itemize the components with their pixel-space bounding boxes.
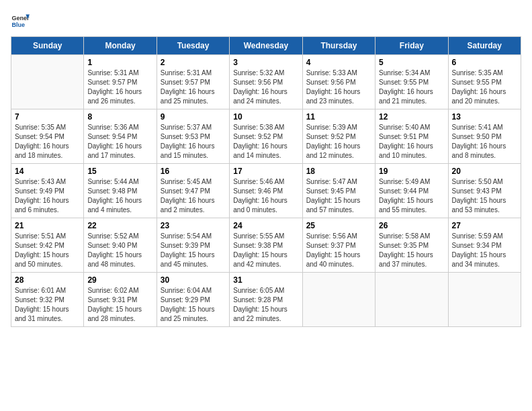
calendar-cell: [448, 273, 521, 327]
day-info: Sunrise: 5:37 AM Sunset: 9:53 PM Dayligh…: [161, 123, 226, 161]
day-info: Sunrise: 5:41 AM Sunset: 9:50 PM Dayligh…: [452, 123, 517, 161]
logo-icon: General Blue: [11, 11, 30, 30]
calendar-cell: 16Sunrise: 5:45 AM Sunset: 9:47 PM Dayli…: [157, 164, 229, 218]
calendar-cell: 31Sunrise: 6:05 AM Sunset: 9:28 PM Dayli…: [230, 273, 302, 327]
day-number: 21: [15, 221, 80, 230]
day-info: Sunrise: 5:32 AM Sunset: 9:56 PM Dayligh…: [233, 68, 298, 106]
day-number: 19: [379, 167, 444, 176]
calendar-cell: 20Sunrise: 5:50 AM Sunset: 9:43 PM Dayli…: [448, 164, 521, 218]
calendar-cell: 3Sunrise: 5:32 AM Sunset: 9:56 PM Daylig…: [230, 55, 302, 109]
day-info: Sunrise: 5:50 AM Sunset: 9:43 PM Dayligh…: [452, 177, 517, 215]
day-info: Sunrise: 5:55 AM Sunset: 9:38 PM Dayligh…: [233, 232, 298, 269]
calendar-cell: 12Sunrise: 5:40 AM Sunset: 9:51 PM Dayli…: [375, 109, 448, 164]
day-number: 11: [306, 112, 371, 122]
day-number: 16: [161, 167, 226, 176]
day-number: 26: [379, 221, 444, 230]
day-info: Sunrise: 6:05 AM Sunset: 9:28 PM Dayligh…: [233, 286, 298, 324]
calendar-cell: 29Sunrise: 6:02 AM Sunset: 9:31 PM Dayli…: [84, 273, 157, 327]
calendar-cell: 23Sunrise: 5:54 AM Sunset: 9:39 PM Dayli…: [157, 218, 229, 273]
calendar-cell: 13Sunrise: 5:41 AM Sunset: 9:50 PM Dayli…: [448, 109, 521, 164]
day-number: 27: [452, 221, 517, 230]
calendar-cell: 7Sunrise: 5:35 AM Sunset: 9:54 PM Daylig…: [11, 109, 84, 164]
day-info: Sunrise: 5:56 AM Sunset: 9:37 PM Dayligh…: [306, 232, 371, 269]
weekday-header: Saturday: [448, 37, 521, 55]
calendar-cell: 26Sunrise: 5:58 AM Sunset: 9:35 PM Dayli…: [375, 218, 448, 273]
calendar-cell: 22Sunrise: 5:52 AM Sunset: 9:40 PM Dayli…: [84, 218, 157, 273]
calendar-week-row: 14Sunrise: 5:43 AM Sunset: 9:49 PM Dayli…: [11, 164, 521, 218]
calendar-cell: 5Sunrise: 5:34 AM Sunset: 9:55 PM Daylig…: [375, 55, 448, 109]
day-number: 29: [87, 275, 152, 285]
calendar-cell: [302, 273, 375, 327]
day-info: Sunrise: 5:35 AM Sunset: 9:54 PM Dayligh…: [15, 123, 80, 161]
calendar-week-row: 21Sunrise: 5:51 AM Sunset: 9:42 PM Dayli…: [11, 218, 521, 273]
weekday-header: Thursday: [302, 37, 375, 55]
calendar-week-row: 1Sunrise: 5:31 AM Sunset: 9:57 PM Daylig…: [11, 55, 521, 109]
day-number: 31: [233, 275, 298, 285]
day-number: 24: [233, 221, 298, 230]
page-header: General Blue: [11, 11, 521, 30]
day-number: 15: [87, 167, 152, 176]
calendar-cell: [375, 273, 448, 327]
day-info: Sunrise: 5:33 AM Sunset: 9:56 PM Dayligh…: [306, 68, 371, 106]
day-number: 30: [161, 275, 226, 285]
day-number: 9: [161, 112, 226, 122]
calendar-cell: 19Sunrise: 5:49 AM Sunset: 9:44 PM Dayli…: [375, 164, 448, 218]
calendar-cell: [11, 55, 84, 109]
calendar-cell: 28Sunrise: 6:01 AM Sunset: 9:32 PM Dayli…: [11, 273, 84, 327]
calendar-cell: 4Sunrise: 5:33 AM Sunset: 9:56 PM Daylig…: [302, 55, 375, 109]
day-info: Sunrise: 5:31 AM Sunset: 9:57 PM Dayligh…: [161, 68, 226, 106]
day-info: Sunrise: 5:47 AM Sunset: 9:45 PM Dayligh…: [306, 177, 371, 215]
weekday-header: Friday: [375, 37, 448, 55]
day-info: Sunrise: 5:38 AM Sunset: 9:52 PM Dayligh…: [233, 123, 298, 161]
day-number: 2: [161, 58, 226, 67]
weekday-header: Sunday: [11, 37, 84, 55]
calendar-cell: 21Sunrise: 5:51 AM Sunset: 9:42 PM Dayli…: [11, 218, 84, 273]
day-number: 6: [452, 58, 517, 67]
day-number: 18: [306, 167, 371, 176]
calendar-cell: 27Sunrise: 5:59 AM Sunset: 9:34 PM Dayli…: [448, 218, 521, 273]
day-info: Sunrise: 6:01 AM Sunset: 9:32 PM Dayligh…: [15, 286, 80, 324]
day-info: Sunrise: 5:35 AM Sunset: 9:55 PM Dayligh…: [452, 68, 517, 106]
day-info: Sunrise: 5:59 AM Sunset: 9:34 PM Dayligh…: [452, 232, 517, 269]
logo: General Blue: [11, 11, 31, 30]
day-info: Sunrise: 5:44 AM Sunset: 9:48 PM Dayligh…: [87, 177, 152, 215]
calendar-cell: 15Sunrise: 5:44 AM Sunset: 9:48 PM Dayli…: [84, 164, 157, 218]
calendar-cell: 17Sunrise: 5:46 AM Sunset: 9:46 PM Dayli…: [230, 164, 302, 218]
calendar-cell: 1Sunrise: 5:31 AM Sunset: 9:57 PM Daylig…: [84, 55, 157, 109]
day-info: Sunrise: 5:39 AM Sunset: 9:52 PM Dayligh…: [306, 123, 371, 161]
day-number: 13: [452, 112, 517, 122]
calendar-cell: 24Sunrise: 5:55 AM Sunset: 9:38 PM Dayli…: [230, 218, 302, 273]
day-number: 7: [15, 112, 80, 122]
day-number: 14: [15, 167, 80, 176]
day-number: 3: [233, 58, 298, 67]
calendar-header-row: SundayMondayTuesdayWednesdayThursdayFrid…: [11, 37, 521, 55]
calendar-body: 1Sunrise: 5:31 AM Sunset: 9:57 PM Daylig…: [11, 55, 521, 327]
day-info: Sunrise: 5:51 AM Sunset: 9:42 PM Dayligh…: [15, 232, 80, 269]
day-info: Sunrise: 5:43 AM Sunset: 9:49 PM Dayligh…: [15, 177, 80, 215]
day-info: Sunrise: 5:40 AM Sunset: 9:51 PM Dayligh…: [379, 123, 444, 161]
day-info: Sunrise: 5:49 AM Sunset: 9:44 PM Dayligh…: [379, 177, 444, 215]
day-number: 22: [87, 221, 152, 230]
day-number: 8: [87, 112, 152, 122]
day-info: Sunrise: 5:36 AM Sunset: 9:54 PM Dayligh…: [87, 123, 152, 161]
day-info: Sunrise: 5:54 AM Sunset: 9:39 PM Dayligh…: [161, 232, 226, 269]
day-number: 20: [452, 167, 517, 176]
calendar-cell: 14Sunrise: 5:43 AM Sunset: 9:49 PM Dayli…: [11, 164, 84, 218]
day-info: Sunrise: 5:45 AM Sunset: 9:47 PM Dayligh…: [161, 177, 226, 215]
calendar-week-row: 28Sunrise: 6:01 AM Sunset: 9:32 PM Dayli…: [11, 273, 521, 327]
weekday-header: Monday: [84, 37, 157, 55]
day-info: Sunrise: 5:34 AM Sunset: 9:55 PM Dayligh…: [379, 68, 444, 106]
calendar-cell: 9Sunrise: 5:37 AM Sunset: 9:53 PM Daylig…: [157, 109, 229, 164]
svg-text:Blue: Blue: [11, 21, 25, 28]
day-number: 23: [161, 221, 226, 230]
day-info: Sunrise: 5:31 AM Sunset: 9:57 PM Dayligh…: [87, 68, 152, 106]
day-number: 1: [87, 58, 152, 67]
day-number: 12: [379, 112, 444, 122]
day-info: Sunrise: 5:46 AM Sunset: 9:46 PM Dayligh…: [233, 177, 298, 215]
calendar-cell: 30Sunrise: 6:04 AM Sunset: 9:29 PM Dayli…: [157, 273, 229, 327]
calendar-table: SundayMondayTuesdayWednesdayThursdayFrid…: [11, 36, 521, 327]
day-info: Sunrise: 5:58 AM Sunset: 9:35 PM Dayligh…: [379, 232, 444, 269]
day-number: 28: [15, 275, 80, 285]
day-number: 25: [306, 221, 371, 230]
calendar-cell: 18Sunrise: 5:47 AM Sunset: 9:45 PM Dayli…: [302, 164, 375, 218]
